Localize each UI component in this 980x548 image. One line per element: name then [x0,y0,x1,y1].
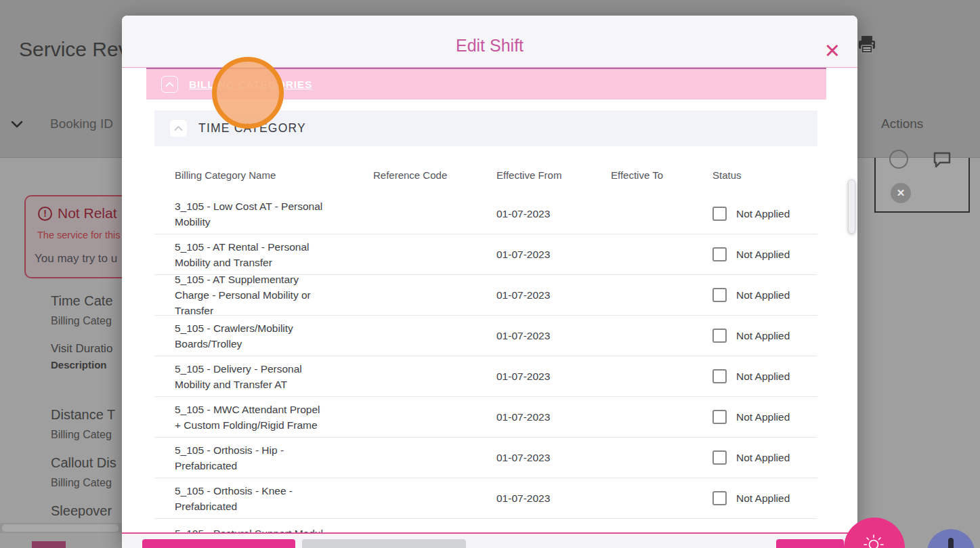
effective-from: 01-07-2023 [496,452,611,464]
status-label: Not Applied [736,452,790,464]
sun-icon [862,533,885,548]
info-fab-button[interactable] [927,529,975,548]
footer-primary-button[interactable] [142,539,295,548]
col-status: Status [712,169,817,181]
edit-shift-dialog: Edit Shift ✕ BILLING CATEGORIES TIME CAT… [122,16,857,548]
table-header: Billing Category Name Reference Code Eff… [154,156,817,194]
field-label-sleepover: Sleepover [51,503,112,519]
status-cell: Not Applied [712,410,817,424]
field-sublabel: Billing Categ [51,429,112,441]
col-reference-code: Reference Code [373,169,496,181]
footer-horizontal-scrollbar-thumb[interactable] [302,539,466,548]
field-sublabel: Billing Categ [51,315,112,327]
table-row: 5_105 - Orthosis - Hip - Prefabricated 0… [154,438,817,478]
table-row: 5_105 - MWC Attendant Propel + Custom Fo… [154,397,817,438]
effective-from: 01-07-2023 [496,492,611,505]
error-hint: You may try to u [35,252,117,266]
comment-icon [932,150,952,172]
table-row: 5_105 - Orthosis - Knee - Prefabricated … [154,478,817,519]
billing-category-name: 5_105 - AT Rental - Personal Mobility an… [154,239,373,270]
effective-from: 01-07-2023 [496,411,611,423]
error-detail: The service for this [37,230,121,240]
billing-category-name: 5_105 - AT Supplementary Charge - Person… [154,272,373,318]
billing-category-table: 3_105 - Low Cost AT - Personal Mobility … [154,194,817,532]
status-checkbox[interactable] [712,207,727,221]
section-time-category[interactable]: TIME CATEGORY [154,110,817,146]
billing-category-name: 5_105 - Crawlers/Mobility Boards/Trolley [154,320,373,352]
effective-from: 01-07-2023 [496,249,611,261]
status-cell: Not Applied [712,369,817,383]
status-cell: Not Applied [712,247,817,261]
column-header-actions: Actions [881,117,923,131]
status-checkbox[interactable] [712,288,727,302]
status-checkbox[interactable] [712,491,727,505]
effective-from: 01-07-2023 [496,289,611,301]
field-label-description: Description [51,359,107,371]
info-icon [948,538,954,548]
column-header-booking-id: Booking ID [50,117,113,131]
status-label: Not Applied [736,289,790,301]
chevron-up-icon[interactable] [170,120,187,137]
status-label: Not Applied [736,208,790,220]
table-row: 5_105 - Postural Support Modul [154,519,817,532]
field-label-time-category: Time Cate [51,293,113,309]
status-label: Not Applied [736,411,790,423]
effective-from: 01-07-2023 [496,371,611,383]
status-checkbox[interactable] [712,450,727,465]
status-checkbox[interactable] [712,247,727,261]
effective-from: 01-07-2023 [496,330,611,342]
status-checkbox[interactable] [712,369,727,383]
table-row: 5_105 - AT Supplementary Charge - Person… [154,275,817,316]
field-sublabel: Billing Categ [51,477,112,489]
clock-icon [889,150,908,169]
scrollbar-thumb[interactable] [2,524,119,532]
effective-from: 01-07-2023 [496,208,611,220]
field-label-callout: Callout Dis [51,455,116,471]
table-row: 5_105 - Delivery - Personal Mobility and… [154,356,817,397]
billing-category-name: 5_105 - Postural Support Modul [154,519,373,532]
section-label[interactable]: BILLING CATEGORIES [189,79,312,91]
status-cell: Not Applied [712,207,817,221]
footer-secondary-button[interactable] [776,539,844,548]
status-label: Not Applied [736,492,790,505]
col-billing-category-name: Billing Category Name [154,167,373,183]
background-table-cell [874,158,970,213]
chevron-up-icon[interactable] [161,76,178,93]
background-horizontal-scrollbar[interactable] [0,523,122,533]
status-checkbox[interactable] [712,410,727,424]
section-billing-categories[interactable]: BILLING CATEGORIES [146,68,826,100]
billing-category-name: 3_105 - Low Cost AT - Personal Mobility [154,198,373,230]
status-label: Not Applied [736,249,790,261]
col-effective-to: Effective To [611,169,712,181]
dialog-header: Edit Shift ✕ [122,16,857,68]
page-title: Service Rev [19,38,129,61]
table-row: 5_105 - AT Rental - Personal Mobility an… [154,234,817,275]
table-row: 3_105 - Low Cost AT - Personal Mobility … [154,194,817,234]
status-cell: Not Applied [712,491,817,505]
close-icon[interactable]: ✕ [824,41,840,61]
status-label: Not Applied [736,371,790,383]
table-row: 5_105 - Crawlers/Mobility Boards/Trolley… [154,316,817,356]
screen: Service Rev Booking ID Actions ✕ ! Not R… [0,0,980,548]
print-icon[interactable] [856,34,878,58]
status-checkbox[interactable] [712,329,727,343]
error-title: ! Not Relat [38,205,117,222]
dialog-title: Edit Shift [456,36,524,56]
section-label: TIME CATEGORY [198,121,306,135]
exclamation-circle-icon: ! [38,207,52,221]
field-label-visit-duration: Visit Duratio [51,342,112,356]
dialog-footer [122,532,857,548]
error-banner: ! Not Relat The service for this You may… [24,195,133,278]
billing-category-name: 5_105 - MWC Attendant Propel + Custom Fo… [154,402,373,433]
background-button-partial [32,541,66,548]
billing-category-name: 5_105 - Delivery - Personal Mobility and… [154,361,373,392]
chevron-down-icon [11,119,23,131]
status-cell: Not Applied [712,450,817,465]
field-label-distance: Distance T [51,407,115,423]
x-circle-icon: ✕ [891,183,911,203]
billing-category-name: 5_105 - Orthosis - Hip - Prefabricated [154,442,373,473]
col-effective-from: Effective From [496,169,611,181]
status-cell: Not Applied [712,288,817,302]
status-label: Not Applied [736,330,790,342]
modal-vertical-scrollbar-thumb[interactable] [848,180,855,234]
